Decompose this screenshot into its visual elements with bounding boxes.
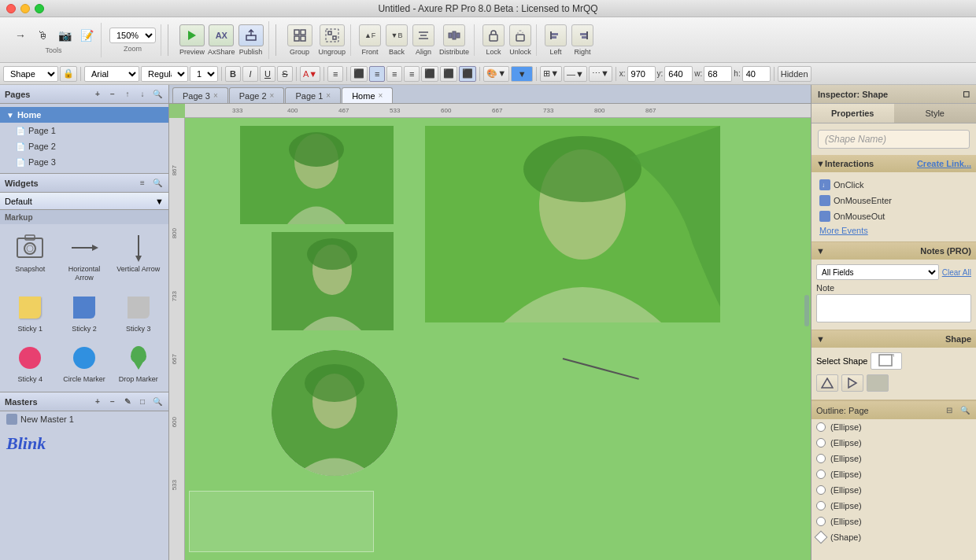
tab-page1[interactable]: Page 1 ×: [285, 87, 341, 103]
tab-home[interactable]: Home ×: [342, 87, 393, 103]
masters-add-btn[interactable]: +: [91, 396, 104, 408]
lock-btn[interactable]: [482, 24, 505, 46]
shape-header[interactable]: ▼ Shape: [811, 330, 976, 348]
outline-item-5[interactable]: (Ellipse): [811, 498, 976, 514]
shape-play-btn[interactable]: [841, 374, 863, 392]
align-bottom-btn[interactable]: ⬛: [459, 66, 476, 82]
page-item-page3[interactable]: 📄 Page 3: [0, 154, 168, 170]
outline-filter-btn[interactable]: ⊟: [943, 404, 956, 417]
widget-circle-marker[interactable]: Circle Marker: [59, 339, 110, 387]
hidden-btn[interactable]: Hidden: [778, 66, 811, 82]
fill-color-btn[interactable]: 🎨▼: [483, 66, 509, 82]
w-input[interactable]: [704, 66, 732, 82]
tab-page3-close[interactable]: ×: [213, 91, 218, 100]
shape-select-box[interactable]: [871, 352, 902, 370]
h-input[interactable]: [742, 66, 771, 82]
bold-btn[interactable]: B: [225, 66, 241, 82]
tool-interact[interactable]: 🖰: [33, 26, 52, 45]
tab-page1-close[interactable]: ×: [326, 91, 331, 100]
italic-btn[interactable]: I: [242, 66, 258, 82]
outline-item-4[interactable]: (Ellipse): [811, 482, 976, 498]
widget-drop-marker[interactable]: Drop Marker: [113, 339, 164, 387]
font-color-btn[interactable]: A▼: [300, 66, 320, 82]
back-btn[interactable]: ▼B: [386, 24, 408, 46]
maximize-button[interactable]: [35, 4, 44, 13]
pages-delete-btn[interactable]: −: [106, 88, 119, 101]
notes-header[interactable]: ▼ Notes (PRO): [811, 242, 976, 260]
align-btn[interactable]: [412, 24, 434, 46]
master-item-1[interactable]: New Master 1: [0, 411, 168, 427]
masters-edit-btn[interactable]: ✎: [121, 396, 134, 408]
minimize-button[interactable]: [20, 4, 30, 13]
unlock-btn[interactable]: [509, 24, 531, 46]
align-left-btn[interactable]: ⬛: [350, 66, 368, 82]
masters-view-btn[interactable]: □: [136, 396, 149, 408]
y-input[interactable]: [664, 66, 693, 82]
close-button[interactable]: [6, 4, 16, 13]
tool-select[interactable]: →: [11, 26, 30, 45]
shape-lock-btn[interactable]: 🔒: [60, 66, 77, 82]
publish-btn[interactable]: [238, 24, 264, 46]
widget-sticky2[interactable]: Sticky 2: [59, 289, 110, 337]
align-center-btn[interactable]: ≡: [369, 66, 385, 82]
clear-all-btn[interactable]: Clear All: [942, 268, 971, 277]
tab-page2-close[interactable]: ×: [270, 91, 275, 100]
outline-search-btn[interactable]: 🔍: [959, 404, 971, 417]
inspector-tab-properties[interactable]: Properties: [811, 104, 894, 123]
widget-sticky1[interactable]: Sticky 1: [5, 289, 56, 337]
right-btn[interactable]: [571, 24, 593, 46]
distribute-btn[interactable]: [443, 24, 465, 46]
align-vmid-btn[interactable]: ⬛: [440, 66, 457, 82]
border-weight-btn[interactable]: —▼: [564, 66, 587, 82]
bullet-btn[interactable]: ≡: [327, 66, 343, 82]
inspector-collapse-btn[interactable]: ◻: [963, 89, 970, 99]
font-size-select[interactable]: 13: [190, 66, 218, 82]
widget-h-arrow[interactable]: Horizontal Arrow: [59, 229, 110, 286]
font-style-select[interactable]: Regular: [141, 66, 188, 82]
widget-sticky4[interactable]: Sticky 4: [5, 339, 56, 387]
widgets-menu-btn[interactable]: ≡: [136, 177, 149, 190]
white-rect-bottom[interactable]: [189, 491, 374, 552]
pages-add-btn[interactable]: +: [91, 88, 104, 101]
note-textarea[interactable]: [816, 294, 971, 322]
outline-item-7[interactable]: (Shape): [811, 529, 976, 545]
masters-delete-btn[interactable]: −: [106, 396, 119, 408]
widgets-dropdown[interactable]: Default ▼: [0, 193, 168, 210]
inspector-tab-style[interactable]: Style: [894, 104, 977, 123]
front-btn[interactable]: ▲F: [359, 24, 381, 46]
tab-home-close[interactable]: ×: [379, 91, 383, 100]
interaction-onmouseout[interactable]: OnMouseOut: [816, 208, 971, 224]
outline-item-3[interactable]: (Ellipse): [811, 466, 976, 482]
notes-fields-select[interactable]: All Fields: [816, 264, 939, 280]
interaction-onmouseenter[interactable]: OnMouseEnter: [816, 193, 971, 208]
preview-btn[interactable]: [179, 24, 205, 46]
photo-frame-2[interactable]: [425, 126, 720, 322]
tab-page2[interactable]: Page 2 ×: [229, 87, 285, 103]
outline-item-0[interactable]: (Ellipse): [811, 419, 976, 435]
scroll-indicator[interactable]: [804, 295, 809, 326]
page-item-home[interactable]: ▼ Home: [0, 107, 168, 123]
shape-extra-btn[interactable]: [867, 374, 889, 392]
tool-camera[interactable]: 📷: [55, 26, 74, 45]
more-events-link[interactable]: More Events: [816, 224, 971, 237]
tab-page3[interactable]: Page 3 ×: [172, 87, 228, 103]
interactions-header[interactable]: ▼ Interactions Create Link...: [811, 155, 976, 172]
left-btn[interactable]: [545, 24, 567, 46]
widget-v-arrow[interactable]: Vertical Arrow: [113, 229, 164, 286]
outline-item-2[interactable]: (Ellipse): [811, 451, 976, 466]
align-top-btn[interactable]: ⬛: [421, 66, 438, 82]
widget-snapshot[interactable]: Snapshot: [5, 229, 56, 286]
photo-frame-circle[interactable]: [272, 350, 397, 476]
outline-item-6[interactable]: (Ellipse): [811, 514, 976, 529]
photo-frame-3[interactable]: [272, 232, 394, 330]
tool-annotate[interactable]: 📝: [77, 26, 96, 45]
outline-item-1[interactable]: (Ellipse): [811, 435, 976, 451]
strikethrough-btn[interactable]: S: [277, 66, 293, 82]
fill-color-swatch[interactable]: ▼: [511, 66, 533, 82]
font-select[interactable]: Arial: [84, 66, 139, 82]
page-item-page2[interactable]: 📄 Page 2: [0, 138, 168, 154]
border-btn[interactable]: ⊞▼: [540, 66, 562, 82]
widgets-search-btn[interactable]: 🔍: [151, 177, 164, 190]
zoom-select[interactable]: 150% 100% 75% 50%: [109, 28, 156, 43]
group-btn[interactable]: [287, 24, 312, 46]
